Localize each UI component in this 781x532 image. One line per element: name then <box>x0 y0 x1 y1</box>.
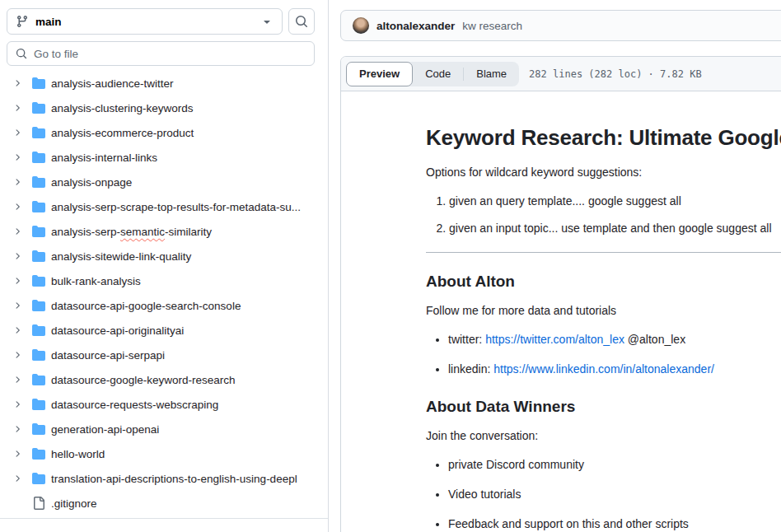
tree-item-label: datasource-api-serpapi <box>51 349 165 362</box>
chevron-right-icon[interactable] <box>10 324 25 337</box>
tree-item-label: datasource-requests-webscraping <box>51 399 218 411</box>
tree-item-label: analysis-internal-links <box>51 152 157 164</box>
folder-icon <box>32 175 45 189</box>
external-link[interactable]: https://www.linkedin.com/in/altonalexand… <box>493 362 714 376</box>
section-divider <box>426 252 781 253</box>
current-branch-label: main <box>35 16 260 28</box>
readme-section: About Data Winners Join the conversation… <box>426 398 781 532</box>
folder-icon <box>32 447 45 460</box>
chevron-right-icon[interactable] <box>10 398 25 411</box>
folder-icon <box>32 398 45 411</box>
readme-section: About Alton Follow me for more data and … <box>426 273 781 378</box>
tree-row[interactable]: analysis-serp-semantic-similarity <box>7 219 315 244</box>
tree-row[interactable]: datasource-api-google-search-console <box>7 293 315 318</box>
branch-row: main <box>7 8 315 35</box>
file-tree: analysis-audience-twitter analysis-clust… <box>7 71 315 516</box>
tree-row[interactable]: datasource-api-originalityai <box>7 318 315 343</box>
tree-item-label: bulk-rank-analysis <box>51 275 141 287</box>
tree-row[interactable]: datasource-requests-webscraping <box>7 392 315 417</box>
tree-row[interactable]: analysis-audience-twitter <box>7 71 315 96</box>
folder-icon <box>32 348 45 362</box>
chevron-right-icon[interactable] <box>10 250 25 263</box>
tree-item-label: analysis-onpage <box>51 176 132 189</box>
tree-row[interactable]: generation-api-openai <box>7 417 315 441</box>
tree-item-label: analysis-clustering-keywords <box>51 102 194 114</box>
ordered-list-item: given an input topic... use template and… <box>449 220 781 237</box>
go-to-file-field[interactable] <box>7 41 315 66</box>
folder-icon <box>32 324 45 337</box>
section-bullet-list: twitter: https://twitter.com/alton_lex @… <box>426 331 781 378</box>
chevron-right-icon[interactable] <box>10 225 25 238</box>
tree-row[interactable]: analysis-onpage <box>7 170 315 194</box>
search-icon <box>295 15 308 28</box>
user-avatar[interactable] <box>353 17 369 34</box>
file-meta-info: 282 lines (282 loc) · 7.82 KB <box>529 68 702 80</box>
search-icon <box>16 48 27 59</box>
chevron-right-icon[interactable] <box>10 422 25 436</box>
chevron-right-icon[interactable] <box>10 472 25 485</box>
commit-author[interactable]: altonalexander <box>376 20 455 32</box>
ordered-list-item: given an query template.... google sugge… <box>449 193 781 210</box>
chevron-right-icon[interactable] <box>10 447 25 460</box>
chevron-right-icon[interactable] <box>10 175 25 189</box>
bullet-item: Feedback and support on this and other s… <box>448 516 781 532</box>
file-header-bar: PreviewCodeBlame 282 lines (282 loc) · 7… <box>341 57 781 91</box>
folder-icon <box>32 299 45 312</box>
folder-icon <box>32 472 45 485</box>
view-switcher: PreviewCodeBlame <box>346 62 519 86</box>
tree-item-label: hello-world <box>51 448 105 460</box>
chevron-right-icon[interactable] <box>10 348 25 362</box>
tree-row[interactable]: analysis-sitewide-link-quality <box>7 244 315 268</box>
tree-item-label: datasource-google-keyword-research <box>51 374 236 386</box>
tree-item-label: datasource-api-google-search-console <box>51 300 241 312</box>
readme-preview: Keyword Research: Ultimate Google Option… <box>341 91 781 532</box>
file-icon <box>32 497 45 510</box>
chevron-right-icon[interactable] <box>10 200 25 213</box>
readme-intro: Options for wildcard keyword suggestions… <box>426 164 781 181</box>
tree-item-label: analysis-sitewide-link-quality <box>51 250 191 263</box>
external-link[interactable]: https://twitter.com/alton_lex <box>485 333 624 346</box>
folder-icon <box>32 274 45 287</box>
latest-commit-bar[interactable]: altonalexander kw research <box>340 10 781 41</box>
tree-row[interactable]: bulk-rank-analysis <box>7 268 315 293</box>
commit-message-link[interactable]: kw research <box>462 20 522 32</box>
chevron-right-icon[interactable] <box>10 77 25 90</box>
tree-item-label: translation-api-descriptions-to-english-… <box>51 473 297 485</box>
tree-row[interactable]: translation-api-descriptions-to-english-… <box>7 466 315 491</box>
folder-icon <box>32 77 45 90</box>
folder-icon <box>32 250 45 263</box>
tree-item-label: .gitignore <box>51 497 97 510</box>
file-tree-sidebar: main analysis-audience-twitter <box>0 0 329 532</box>
tree-row[interactable]: hello-world <box>7 441 315 466</box>
tab-blame[interactable]: Blame <box>464 62 519 86</box>
triangle-down-icon <box>260 15 274 28</box>
branch-selector-button[interactable]: main <box>7 8 283 35</box>
tab-preview[interactable]: Preview <box>346 62 413 86</box>
chevron-right-icon[interactable] <box>10 101 25 114</box>
tree-row[interactable]: analysis-ecommerce-product <box>7 120 315 145</box>
tree-row[interactable]: analysis-internal-links <box>7 145 315 170</box>
tree-row[interactable]: analysis-serp-scrape-top-results-for-met… <box>7 194 315 219</box>
folder-icon <box>32 151 45 164</box>
sidebar-bottom-divider <box>0 518 328 519</box>
tree-item-label: analysis-audience-twitter <box>51 77 174 90</box>
chevron-right-icon[interactable] <box>10 151 25 164</box>
chevron-right-icon[interactable] <box>10 274 25 287</box>
chevron-right-icon[interactable] <box>10 373 25 386</box>
section-heading: About Data Winners <box>426 398 781 416</box>
section-intro: Join the conversation: <box>426 427 781 445</box>
tree-row[interactable]: analysis-clustering-keywords <box>7 96 315 120</box>
tree-item-label: analysis-serp-semantic-similarity <box>51 226 212 238</box>
bullet-item: linkedin: https://www.linkedin.com/in/al… <box>448 361 781 378</box>
chevron-right-icon[interactable] <box>10 126 25 139</box>
tab-code[interactable]: Code <box>413 62 463 86</box>
go-to-file-input[interactable] <box>34 48 306 60</box>
chevron-right-icon[interactable] <box>10 299 25 312</box>
tree-row[interactable]: datasource-api-serpapi <box>7 343 315 367</box>
tree-row[interactable]: .gitignore <box>7 491 315 516</box>
bullet-item: private Discord community <box>448 456 781 474</box>
tree-item-label: analysis-ecommerce-product <box>51 127 194 139</box>
folder-icon <box>32 225 45 238</box>
tree-row[interactable]: datasource-google-keyword-research <box>7 367 315 392</box>
search-this-repository-button[interactable] <box>288 8 315 35</box>
